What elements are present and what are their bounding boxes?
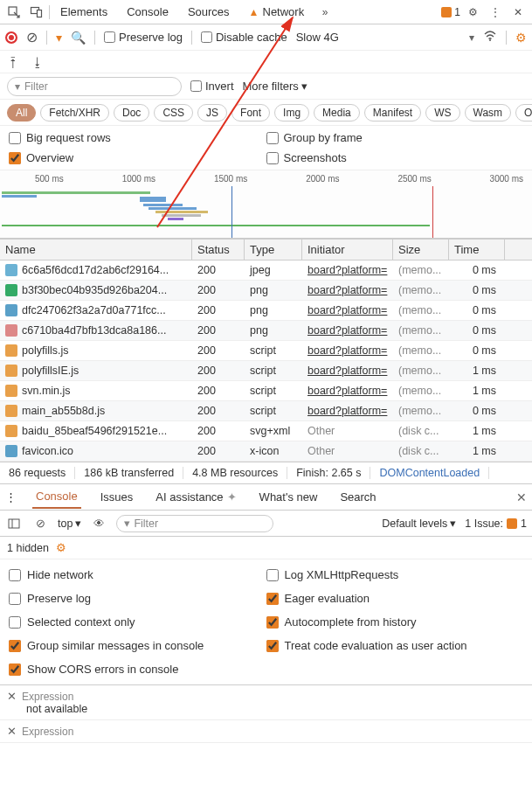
filter-chip-font[interactable]: Font	[231, 104, 270, 122]
network-conditions-icon[interactable]	[483, 29, 497, 45]
header-name[interactable]: Name	[0, 240, 192, 260]
filter-chip-js[interactable]: JS	[197, 104, 227, 122]
filter-chip-img[interactable]: Img	[274, 104, 309, 122]
console-issue-badge[interactable]: 1 Issue:1	[465, 518, 527, 530]
preserve-log-checkbox[interactable]: Preserve log	[104, 31, 183, 44]
filter-chip-other[interactable]: Other	[515, 104, 532, 122]
initiator-cell[interactable]: board?platform=	[302, 385, 393, 397]
console-setting-checkbox[interactable]: Autocomplete from history	[266, 615, 524, 629]
invert-checkbox[interactable]: Invert	[190, 80, 234, 93]
header-type[interactable]: Type	[245, 240, 302, 260]
table-row[interactable]: favicon.ico200x-iconOther(disk c...1 ms	[0, 441, 532, 462]
filter-chip-fetchxhr[interactable]: Fetch/XHR	[40, 104, 109, 122]
live-expression-icon[interactable]: 👁	[90, 518, 107, 530]
issues-badge[interactable]: 1	[441, 6, 460, 18]
tab-network-label: Network	[263, 5, 305, 18]
table-header: Name Status Type Initiator Size Time	[0, 240, 532, 261]
initiator-cell[interactable]: board?platform=	[302, 324, 393, 337]
drawer-kebab-icon[interactable]: ⋮	[5, 490, 17, 504]
issue-label: 1 Issue:	[465, 518, 503, 530]
context-select[interactable]: top▾	[58, 517, 81, 530]
tab-network[interactable]: ▲Network	[240, 2, 314, 22]
timeline-tick: 1500 ms	[214, 174, 247, 184]
network-settings-icon[interactable]: ⚙	[515, 31, 527, 45]
filter-chip-css[interactable]: CSS	[154, 104, 193, 122]
expression-remove-icon[interactable]: ✕	[7, 725, 17, 738]
console-clear-icon[interactable]: ⊘	[31, 517, 49, 530]
table-row[interactable]: c6710ba4d7bfb13dca8a186...200pngboard?pl…	[0, 321, 532, 341]
drawer-tab-whatsnew[interactable]: What's new	[256, 486, 321, 508]
status-cell: 200	[192, 344, 245, 357]
console-setting-checkbox[interactable]: Eager evaluation	[266, 592, 524, 605]
tab-sources[interactable]: Sources	[179, 2, 238, 22]
initiator-cell[interactable]: board?platform=	[302, 405, 393, 417]
inspect-icon[interactable]	[3, 2, 24, 23]
drawer-tab-console[interactable]: Console	[32, 485, 81, 509]
console-setting-checkbox[interactable]: Group similar messages in console	[9, 639, 266, 652]
drawer-close-icon[interactable]: ✕	[516, 490, 527, 504]
tab-console[interactable]: Console	[118, 2, 177, 22]
filter-toggle-icon[interactable]: ▾	[56, 31, 62, 45]
summary-dcl: DOMContentLoaded	[370, 467, 489, 479]
table-row[interactable]: polyfills.js200scriptboard?platform=(mem…	[0, 341, 532, 361]
console-setting-checkbox[interactable]: Log XMLHttpRequests	[266, 568, 524, 581]
console-setting-checkbox[interactable]: Treat code evaluation as user action	[266, 639, 524, 652]
upload-har-icon[interactable]: ⭱	[7, 55, 19, 69]
table-row[interactable]: polyfillsIE.js200scriptboard?platform=(m…	[0, 361, 532, 381]
table-row[interactable]: 6c6a5f6dcd17d2ab6cf29164...200jpegboard?…	[0, 261, 532, 281]
more-tabs-icon[interactable]: »	[314, 2, 335, 23]
initiator-cell[interactable]: board?platform=	[302, 344, 393, 357]
filter-chip-doc[interactable]: Doc	[114, 104, 149, 122]
device-toolbar-icon[interactable]	[26, 2, 47, 23]
console-sidebar-icon[interactable]	[5, 517, 23, 531]
download-har-icon[interactable]: ⭳	[31, 55, 44, 69]
table-row[interactable]: svn.min.js200scriptboard?platform=(memo.…	[0, 381, 532, 401]
console-setting-checkbox[interactable]: Show CORS errors in console	[9, 663, 266, 676]
console-settings-icon[interactable]: ⚙	[56, 541, 66, 554]
initiator-cell[interactable]: board?platform=	[302, 264, 393, 276]
disable-cache-checkbox[interactable]: Disable cache	[201, 31, 287, 44]
header-size[interactable]: Size	[393, 240, 449, 260]
tab-elements[interactable]: Elements	[52, 2, 116, 22]
header-time[interactable]: Time	[449, 240, 505, 260]
big-request-rows-checkbox[interactable]: Big request rows	[9, 131, 266, 144]
overview-timeline[interactable]: 500 ms1000 ms1500 ms2000 ms2500 ms3000 m…	[0, 170, 532, 239]
console-setting-checkbox[interactable]: Hide network	[9, 568, 266, 581]
initiator-cell[interactable]: board?platform=	[302, 284, 393, 296]
drawer-tab-ai[interactable]: AI assistance✦	[152, 486, 239, 508]
screenshots-checkbox[interactable]: Screenshots	[266, 151, 524, 164]
table-row[interactable]: b3f30bec04b935d926ba204...200pngboard?pl…	[0, 281, 532, 301]
initiator-cell[interactable]: board?platform=	[302, 365, 393, 377]
search-icon[interactable]: 🔍	[71, 31, 86, 45]
console-setting-checkbox[interactable]: Selected context only	[9, 615, 266, 629]
kebab-icon[interactable]: ⋮	[485, 2, 506, 23]
expression-remove-icon[interactable]: ✕	[7, 690, 17, 703]
console-setting-checkbox[interactable]: Preserve log	[9, 592, 266, 605]
more-filters[interactable]: More filters▾	[243, 80, 307, 93]
table-row[interactable]: main_ab55b8d.js200scriptboard?platform=(…	[0, 401, 532, 421]
filter-input[interactable]: ▾Filter	[7, 77, 182, 96]
table-row[interactable]: baidu_85beaf5496f291521e...200svg+xmlOth…	[0, 421, 532, 441]
settings-icon[interactable]: ⚙	[462, 2, 483, 23]
table-row[interactable]: dfc247062f3a2a7d0a771fcc...200pngboard?p…	[0, 301, 532, 321]
close-icon[interactable]: ✕	[508, 2, 529, 23]
throttle-select[interactable]: Slow 4G	[296, 31, 339, 44]
clear-button[interactable]: ⊘	[26, 29, 38, 45]
throttle-caret-icon[interactable]: ▾	[469, 31, 474, 44]
disable-cache-label: Disable cache	[216, 31, 287, 44]
filter-chip-media[interactable]: Media	[314, 104, 360, 122]
initiator-cell[interactable]: board?platform=	[302, 304, 393, 316]
filter-chip-wasm[interactable]: Wasm	[465, 104, 512, 122]
header-initiator[interactable]: Initiator	[302, 240, 393, 260]
console-filter-input[interactable]: ▾Filter	[116, 515, 273, 532]
group-by-frame-checkbox[interactable]: Group by frame	[266, 131, 524, 144]
log-levels-select[interactable]: Default levels▾	[382, 517, 456, 530]
record-button[interactable]	[5, 31, 17, 44]
drawer-tab-issues[interactable]: Issues	[97, 486, 137, 508]
drawer-tab-search[interactable]: Search	[336, 486, 379, 508]
header-status[interactable]: Status	[192, 240, 245, 260]
filter-chip-ws[interactable]: WS	[425, 104, 459, 122]
filter-chip-manifest[interactable]: Manifest	[364, 104, 421, 122]
overview-checkbox[interactable]: Overview	[9, 151, 266, 164]
filter-chip-all[interactable]: All	[7, 104, 36, 122]
